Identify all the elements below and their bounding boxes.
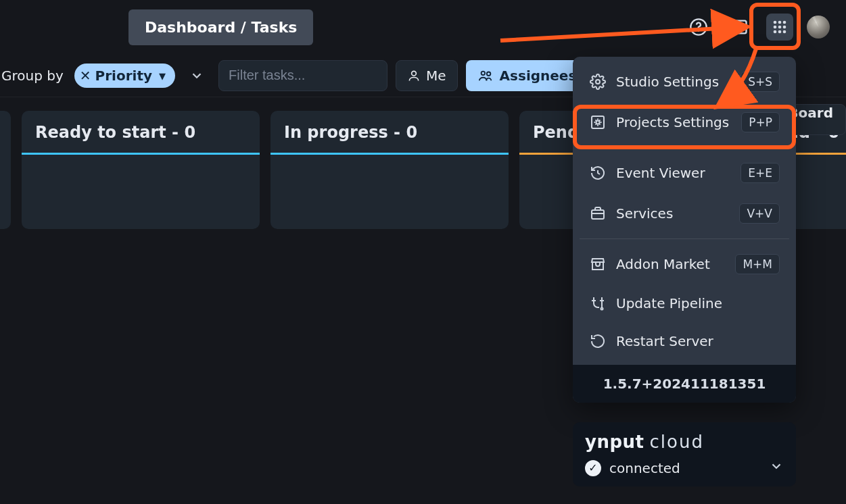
check-icon: ✓ xyxy=(585,460,601,476)
menu-separator xyxy=(580,238,789,239)
chip-remove-icon[interactable]: ✕ xyxy=(80,68,91,84)
kanban-column[interactable]: Ready to start - 0 xyxy=(22,111,260,229)
svg-point-19 xyxy=(601,308,603,310)
store-icon xyxy=(589,255,607,273)
svg-point-5 xyxy=(783,21,786,24)
svg-point-13 xyxy=(481,71,485,75)
svg-rect-18 xyxy=(592,210,604,219)
menu-item-addon-market[interactable]: Addon Market M+M xyxy=(580,245,789,284)
svg-point-15 xyxy=(596,80,600,84)
column-title: Ready to start - 0 xyxy=(22,111,260,153)
group-by-chip[interactable]: ✕ Priority ▾ xyxy=(74,64,175,88)
svg-point-12 xyxy=(412,71,417,76)
shortcut: E+E xyxy=(741,163,780,183)
svg-rect-16 xyxy=(592,116,604,128)
cloud-brand: ynput cloud xyxy=(585,432,784,452)
filter-input[interactable] xyxy=(218,60,387,91)
group-by-expand-icon[interactable] xyxy=(183,62,210,89)
menu-item-update-pipeline[interactable]: Update Pipeline xyxy=(580,285,789,322)
pipeline-icon xyxy=(589,295,607,312)
apps-menu-popover: Studio Settings S+S Projects Settings P+… xyxy=(573,57,796,403)
assignees-button[interactable]: Assignees xyxy=(466,60,589,91)
avatar[interactable] xyxy=(807,16,830,39)
me-label: Me xyxy=(426,68,446,84)
svg-point-17 xyxy=(596,121,600,124)
column-title: In progress - 0 xyxy=(271,111,509,153)
brand-ynput: ynput xyxy=(585,432,644,452)
help-icon[interactable] xyxy=(685,14,712,41)
kanban-column-edge xyxy=(0,111,11,229)
project-settings-icon xyxy=(589,114,607,131)
cloud-status-card[interactable]: ynput cloud ✓ connected xyxy=(573,422,796,486)
refresh-icon xyxy=(589,332,607,350)
brand-cloud: cloud xyxy=(650,432,704,452)
svg-point-4 xyxy=(778,21,782,24)
version-label: 1.5.7+202411181351 xyxy=(573,365,796,403)
history-icon xyxy=(589,164,607,182)
gear-icon xyxy=(589,73,607,91)
shortcut: S+S xyxy=(741,72,780,92)
svg-point-14 xyxy=(486,72,490,76)
menu-label: Event Viewer xyxy=(616,165,705,181)
menu-label: Addon Market xyxy=(616,256,710,272)
menu-item-restart-server[interactable]: Restart Server xyxy=(580,323,789,359)
svg-point-7 xyxy=(778,26,782,29)
svg-point-6 xyxy=(774,26,777,29)
column-body[interactable] xyxy=(22,155,260,229)
svg-point-11 xyxy=(783,30,786,34)
menu-separator xyxy=(580,147,789,148)
inbox-icon[interactable] xyxy=(726,14,753,41)
chip-caret-icon: ▾ xyxy=(159,68,166,84)
menu-item-event-viewer[interactable]: Event Viewer E+E xyxy=(580,153,789,193)
cloud-status-row[interactable]: ✓ connected xyxy=(585,459,784,477)
me-button[interactable]: Me xyxy=(396,60,458,91)
menu-label: Update Pipeline xyxy=(616,295,722,311)
assignees-label: Assignees xyxy=(500,68,577,84)
apps-grid-icon[interactable] xyxy=(766,14,793,41)
menu-item-studio-settings[interactable]: Studio Settings S+S xyxy=(580,62,789,101)
group-by-label: Group by xyxy=(0,68,66,84)
breadcrumb[interactable]: Dashboard / Tasks xyxy=(128,9,313,45)
svg-point-8 xyxy=(783,26,786,29)
header: Dashboard / Tasks xyxy=(0,0,846,54)
svg-point-3 xyxy=(774,21,777,24)
cloud-status-text: connected xyxy=(609,460,680,476)
shortcut: P+P xyxy=(741,112,780,132)
menu-item-services[interactable]: Services V+V xyxy=(580,194,789,233)
svg-point-10 xyxy=(778,30,782,34)
menu-label: Studio Settings xyxy=(616,74,719,90)
menu-label: Projects Settings xyxy=(616,114,729,130)
chevron-down-icon xyxy=(769,459,784,477)
shortcut: V+V xyxy=(739,203,780,224)
menu-label: Services xyxy=(616,205,673,222)
menu-item-projects-settings[interactable]: Projects Settings P+P xyxy=(580,103,789,142)
chip-label: Priority xyxy=(95,68,152,84)
column-body[interactable] xyxy=(271,155,509,229)
svg-point-9 xyxy=(774,30,777,34)
shortcut: M+M xyxy=(735,254,780,274)
briefcase-icon xyxy=(589,205,607,222)
kanban-column[interactable]: In progress - 0 xyxy=(271,111,509,229)
svg-point-1 xyxy=(698,30,699,32)
menu-label: Restart Server xyxy=(616,333,713,349)
